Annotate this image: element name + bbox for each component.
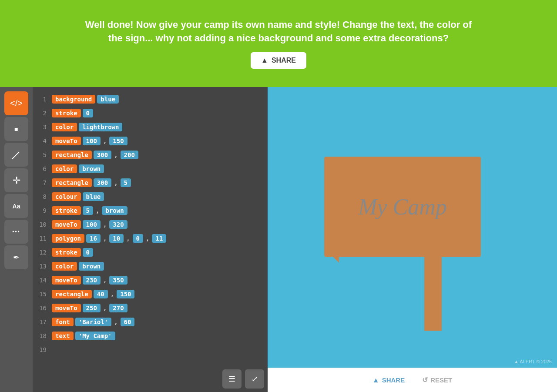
line-content[interactable]: moveTo100,320 bbox=[52, 220, 128, 229]
token-value[interactable]: 100 bbox=[83, 220, 101, 229]
token-command[interactable]: stroke bbox=[52, 248, 81, 257]
token-command[interactable]: rectangle bbox=[52, 151, 92, 159]
token-value[interactable]: blue bbox=[97, 95, 119, 104]
token-value[interactable]: 150 bbox=[109, 137, 127, 145]
token-command[interactable]: moveTo bbox=[52, 137, 81, 145]
token-value[interactable]: blue bbox=[83, 192, 104, 201]
token-value[interactable]: 10 bbox=[109, 234, 124, 243]
line-content[interactable]: rectangle300,5 bbox=[52, 178, 131, 187]
share-button-preview[interactable]: ▲ SHARE bbox=[372, 376, 405, 384]
sidebar-btn-text[interactable]: Aa bbox=[4, 194, 28, 218]
line-content[interactable]: stroke0 bbox=[52, 248, 93, 257]
token-value[interactable]: 11 bbox=[152, 234, 166, 243]
token-command[interactable]: color bbox=[52, 123, 77, 131]
token-value[interactable]: 16 bbox=[86, 234, 101, 243]
token-value[interactable]: 230 bbox=[83, 276, 101, 285]
token-value[interactable]: 150 bbox=[117, 290, 134, 298]
token-value[interactable]: brown bbox=[79, 262, 104, 271]
token-command[interactable]: stroke bbox=[52, 109, 81, 117]
share-label-top: SHARE bbox=[272, 57, 296, 64]
share-icon-preview: ▲ bbox=[372, 376, 379, 384]
token-value[interactable]: 300 bbox=[94, 151, 111, 159]
sidebar-btn-more[interactable]: ••• bbox=[4, 220, 28, 244]
line-number: 14 bbox=[36, 277, 47, 284]
line-content[interactable]: colourblue bbox=[52, 192, 104, 201]
line-number: 9 bbox=[36, 207, 47, 214]
token-value[interactable]: brown bbox=[79, 164, 104, 173]
sidebar-btn-code[interactable]: </> bbox=[4, 91, 28, 115]
line-content[interactable]: rectangle40,150 bbox=[52, 290, 134, 298]
token-value[interactable]: 'Bariol' bbox=[75, 318, 111, 326]
token-value[interactable]: 0 bbox=[83, 109, 93, 117]
line-content[interactable]: stroke5,brown bbox=[52, 206, 128, 215]
sidebar-btn-shapes[interactable]: ▪ bbox=[4, 117, 28, 141]
token-command[interactable]: moveTo bbox=[52, 220, 81, 229]
line-content[interactable]: moveTo100,150 bbox=[52, 137, 128, 145]
line-content[interactable]: font'Bariol',60 bbox=[52, 318, 134, 326]
token-command[interactable]: moveTo bbox=[52, 304, 81, 312]
token-command[interactable]: polygon bbox=[52, 234, 84, 243]
line-content[interactable]: colorlightbrown bbox=[52, 123, 122, 131]
token-value[interactable]: 320 bbox=[109, 220, 127, 229]
line-content[interactable]: polygon16,10,0,11 bbox=[52, 234, 166, 243]
code-line: 17font'Bariol',60 bbox=[33, 315, 268, 329]
dropper-icon: ✒ bbox=[13, 253, 20, 262]
token-command[interactable]: font bbox=[52, 318, 74, 326]
sign-post bbox=[424, 257, 442, 331]
camp-sign: My Camp bbox=[324, 157, 481, 331]
token-value[interactable]: lightbrown bbox=[79, 123, 122, 131]
text-icon: Aa bbox=[13, 203, 20, 210]
code-area[interactable]: 1backgroundblue2stroke03colorlightbrown4… bbox=[33, 87, 268, 366]
line-content[interactable]: moveTo230,350 bbox=[52, 276, 128, 285]
token-value[interactable]: 60 bbox=[121, 318, 135, 326]
share-button-top[interactable]: ▲ SHARE bbox=[251, 52, 306, 69]
token-value[interactable]: 5 bbox=[83, 206, 93, 215]
token-command[interactable]: colour bbox=[52, 192, 81, 201]
token-command[interactable]: background bbox=[52, 95, 95, 104]
token-value[interactable]: 250 bbox=[83, 304, 101, 312]
share-label-preview: SHARE bbox=[382, 376, 405, 384]
token-command[interactable]: color bbox=[52, 262, 77, 271]
token-command[interactable]: text bbox=[52, 332, 74, 340]
line-content[interactable]: colorbrown bbox=[52, 262, 104, 271]
token-comma: , bbox=[113, 318, 118, 326]
token-value[interactable]: 'My Camp' bbox=[75, 332, 115, 340]
reset-button-preview[interactable]: ↺ RESET bbox=[422, 376, 452, 384]
line-content[interactable]: backgroundblue bbox=[52, 95, 119, 104]
token-command[interactable]: rectangle bbox=[52, 178, 92, 187]
token-command[interactable]: moveTo bbox=[52, 276, 81, 285]
token-value[interactable]: 40 bbox=[94, 290, 108, 298]
line-content[interactable]: rectangle300,200 bbox=[52, 151, 138, 159]
token-value[interactable]: 100 bbox=[83, 137, 101, 145]
more-icon: ••• bbox=[12, 229, 20, 235]
sidebar-btn-dropper[interactable]: ✒ bbox=[4, 245, 28, 269]
line-number: 18 bbox=[36, 332, 47, 339]
watermark: ▲ ALERT © 2025 bbox=[514, 359, 552, 364]
token-value[interactable]: brown bbox=[102, 206, 127, 215]
line-content[interactable]: text'My Camp' bbox=[52, 332, 115, 340]
token-value[interactable]: 5 bbox=[121, 178, 131, 187]
list-view-button[interactable]: ☰ bbox=[222, 369, 242, 389]
share-icon-top: ▲ bbox=[261, 57, 268, 64]
expand-button[interactable]: ⤢ bbox=[245, 369, 264, 389]
token-command[interactable]: rectangle bbox=[52, 290, 92, 298]
line-content[interactable]: moveTo250,270 bbox=[52, 304, 128, 312]
token-command[interactable]: stroke bbox=[52, 206, 81, 215]
code-line: 10moveTo100,320 bbox=[33, 218, 268, 231]
line-number: 13 bbox=[36, 263, 47, 270]
line-content[interactable]: stroke0 bbox=[52, 109, 93, 117]
sidebar-btn-move[interactable]: ✛ bbox=[4, 168, 28, 192]
line-number: 2 bbox=[36, 110, 47, 117]
line-number: 16 bbox=[36, 305, 47, 312]
code-line: 2stroke0 bbox=[33, 106, 268, 120]
token-value[interactable]: 200 bbox=[121, 151, 138, 159]
token-value[interactable]: 300 bbox=[94, 178, 111, 187]
sidebar-btn-line[interactable]: | bbox=[4, 143, 28, 167]
token-value[interactable]: 270 bbox=[109, 304, 127, 312]
token-value[interactable]: 0 bbox=[133, 234, 143, 243]
token-value[interactable]: 0 bbox=[83, 248, 93, 257]
token-comma: , bbox=[110, 290, 115, 298]
line-content[interactable]: colorbrown bbox=[52, 164, 104, 173]
token-command[interactable]: color bbox=[52, 164, 77, 173]
token-value[interactable]: 350 bbox=[109, 276, 127, 285]
